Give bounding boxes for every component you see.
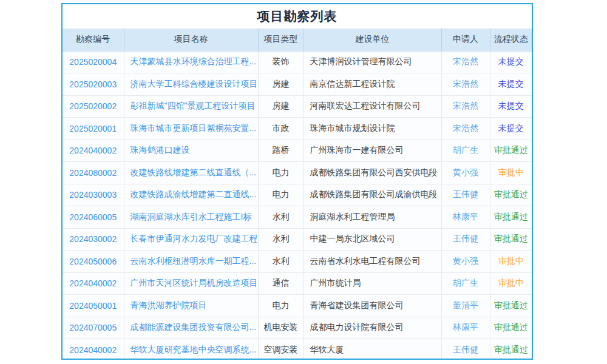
status-label: 未提交 [498, 123, 524, 133]
status-label: 未提交 [498, 79, 524, 89]
survey-id-link[interactable]: 2024040002 [69, 345, 117, 355]
construction-unit-label: 河南联宏达工程设计有限公司 [304, 95, 441, 118]
survey-id-link[interactable]: 2025020002 [69, 101, 117, 111]
table-row: 2024040002 珠海鹤港口建设 路桥 广州珠海市一建有限公司 胡广生 审批… [63, 140, 532, 162]
applicant-link[interactable]: 胡广生 [453, 278, 478, 288]
table-row: 2024050001 青海洪湖养护院项目 电力 青海省建设集团有限公司 董清平 … [63, 295, 532, 317]
table-row: 2024030002 长春市伊通河水力发电厂改建工程 水利 中建一局东北区域公司… [63, 228, 532, 251]
construction-unit-label: 广州市统计局 [304, 272, 441, 295]
project-name-link[interactable]: 青海洪湖养护院项目 [131, 300, 207, 310]
project-name-link[interactable]: 华软大厦研究基地中央空调系统... [131, 345, 257, 354]
column-header-flow-status: 流程状态 [490, 29, 532, 51]
applicant-link[interactable]: 黄小强 [453, 256, 478, 266]
survey-id-link[interactable]: 2024080002 [69, 168, 117, 178]
survey-id-link[interactable]: 2025020001 [69, 124, 117, 133]
applicant-link[interactable]: 宋浩然 [453, 56, 478, 66]
project-name-link[interactable]: 彭祖新城"四馆"景观工程设计项目 [131, 101, 256, 110]
applicant-link[interactable]: 宋浩然 [453, 79, 478, 89]
project-survey-card: 项目勘察列表 勘察编号 项目名称 项目类型 建设单位 申请人 流程状态 2025… [61, 3, 533, 360]
table-row: 2024080002 改建铁路线增建第二线直通线（... 电力 成都铁路集团有限… [63, 162, 532, 184]
status-label: 审批中 [498, 167, 524, 177]
construction-unit-label: 中建一局东北区域公司 [304, 228, 441, 251]
project-name-link[interactable]: 云南水利枢纽潜明水库一期工程... [131, 256, 257, 266]
survey-id-link[interactable]: 2024070005 [69, 323, 117, 332]
status-label: 审批通过 [494, 300, 528, 310]
construction-unit-label: 云南省水利水电工程有限公司 [304, 251, 441, 273]
project-type-label: 路桥 [258, 140, 304, 162]
construction-unit-label: 成都铁路集团有限公司西安供电段 [304, 162, 441, 184]
survey-id-link[interactable]: 2024040002 [69, 278, 117, 288]
applicant-link[interactable]: 胡广生 [453, 145, 478, 155]
survey-id-link[interactable]: 2024060005 [69, 212, 117, 222]
project-name-link[interactable]: 改建铁路成渝线增建第二直通线... [131, 189, 257, 199]
project-name-link[interactable]: 长春市伊通河水力发电厂改建工程 [131, 234, 258, 243]
applicant-link[interactable]: 王伟健 [453, 234, 478, 243]
applicant-link[interactable]: 董清平 [453, 300, 478, 310]
project-type-label: 水利 [258, 228, 304, 251]
applicant-link[interactable]: 林康平 [453, 322, 478, 332]
construction-unit-label: 成都电力设计院有限公司 [304, 317, 441, 339]
status-label: 审批中 [498, 278, 524, 288]
applicant-link[interactable]: 王伟健 [453, 189, 478, 199]
column-header-project-name: 项目名称 [124, 29, 258, 51]
status-label: 审批通过 [494, 345, 528, 354]
project-type-label: 水利 [258, 251, 304, 273]
survey-table: 勘察编号 项目名称 项目类型 建设单位 申请人 流程状态 2025020004 … [63, 29, 532, 360]
status-label: 未提交 [498, 56, 524, 66]
survey-id-link[interactable]: 2024030003 [69, 190, 117, 200]
survey-id-link[interactable]: 2024040002 [69, 146, 117, 155]
project-type-label: 通信 [258, 272, 304, 295]
table-row: 2025020002 彭祖新城"四馆"景观工程设计项目 房建 河南联宏达工程设计… [63, 95, 532, 118]
table-row: 2024030003 改建铁路成渝线增建第二直通线... 电力 成都铁路集团有限… [63, 184, 532, 206]
table-row: 2025020003 济南大学工科综合楼建设设计项目 房建 南京信达新工程设计院… [63, 73, 532, 96]
construction-unit-label: 成都铁路集团有限公司成渝供电段 [304, 184, 441, 206]
project-name-link[interactable]: 湖南洞庭湖水库引水工程施工I标 [131, 212, 252, 221]
column-header-applicant: 申请人 [441, 29, 490, 51]
project-type-label: 市政 [258, 118, 304, 140]
project-type-label: 电力 [258, 184, 304, 206]
status-label: 未提交 [498, 101, 524, 110]
project-name-link[interactable]: 济南大学工科综合楼建设设计项目 [131, 79, 258, 89]
project-type-label: 水利 [258, 206, 304, 229]
status-label: 审批中 [498, 256, 524, 266]
table-row: 2024060005 湖南洞庭湖水库引水工程施工I标 水利 洞庭湖水利工程管理局… [63, 206, 532, 229]
applicant-link[interactable]: 黄小强 [453, 167, 478, 177]
table-row: 2025020004 天津蒙城县水环境综合治理工程... 装饰 天津博润设计管理… [63, 51, 532, 73]
applicant-link[interactable]: 宋浩然 [453, 101, 478, 110]
applicant-link[interactable]: 林康平 [453, 212, 478, 221]
table-row: 2024040002 广州市天河区统计局机房改造项目 通信 广州市统计局 胡广生… [63, 272, 532, 295]
status-label: 审批通过 [494, 212, 528, 221]
survey-id-link[interactable]: 2024050006 [69, 257, 117, 266]
construction-unit-label: 洞庭湖水利工程管理局 [304, 206, 441, 229]
applicant-link[interactable]: 王伟健 [453, 345, 478, 354]
survey-id-link[interactable]: 2024030002 [69, 234, 117, 244]
table-row: 2025020001 珠海市城市更新项目紫桐苑安置... 市政 珠海市城市规划设… [63, 118, 532, 140]
project-name-link[interactable]: 珠海市城市更新项目紫桐苑安置... [131, 123, 257, 133]
column-header-project-type: 项目类型 [258, 29, 304, 51]
table-row: 2024050006 云南水利枢纽潜明水库一期工程... 水利 云南省水利水电工… [63, 251, 532, 273]
table-row: 2024070005 成都能源建设集团投资有限公司... 机电安装 成都电力设计… [63, 317, 532, 339]
survey-id-link[interactable]: 2024050001 [69, 301, 117, 311]
project-type-label: 电力 [258, 295, 304, 317]
project-name-link[interactable]: 广州市天河区统计局机房改造项目 [131, 278, 258, 288]
applicant-link[interactable]: 宋浩然 [453, 123, 478, 133]
project-type-label: 装饰 [258, 51, 304, 73]
project-name-link[interactable]: 改建铁路线增建第二线直通线（... [131, 167, 257, 177]
column-header-construction-unit: 建设单位 [304, 29, 441, 51]
project-name-link[interactable]: 天津蒙城县水环境综合治理工程... [131, 56, 257, 66]
construction-unit-label: 广州珠海市一建有限公司 [304, 140, 441, 162]
project-type-label: 房建 [258, 95, 304, 118]
construction-unit-label: 天津博润设计管理有限公司 [304, 51, 441, 73]
project-name-link[interactable]: 成都能源建设集团投资有限公司... [131, 322, 257, 332]
status-label: 审批通过 [494, 322, 528, 332]
status-label: 审批通过 [494, 234, 528, 243]
construction-unit-label: 南京信达新工程设计院 [304, 73, 441, 96]
survey-id-link[interactable]: 2025020004 [69, 57, 117, 67]
survey-id-link[interactable]: 2025020003 [69, 79, 117, 89]
project-name-link[interactable]: 珠海鹤港口建设 [131, 145, 190, 155]
status-label: 审批通过 [494, 189, 528, 199]
construction-unit-label: 青海省建设集团有限公司 [304, 295, 441, 317]
construction-unit-label: 华软大厦 [304, 339, 441, 360]
page-title: 项目勘察列表 [63, 4, 532, 29]
column-header-survey-id: 勘察编号 [63, 29, 124, 51]
